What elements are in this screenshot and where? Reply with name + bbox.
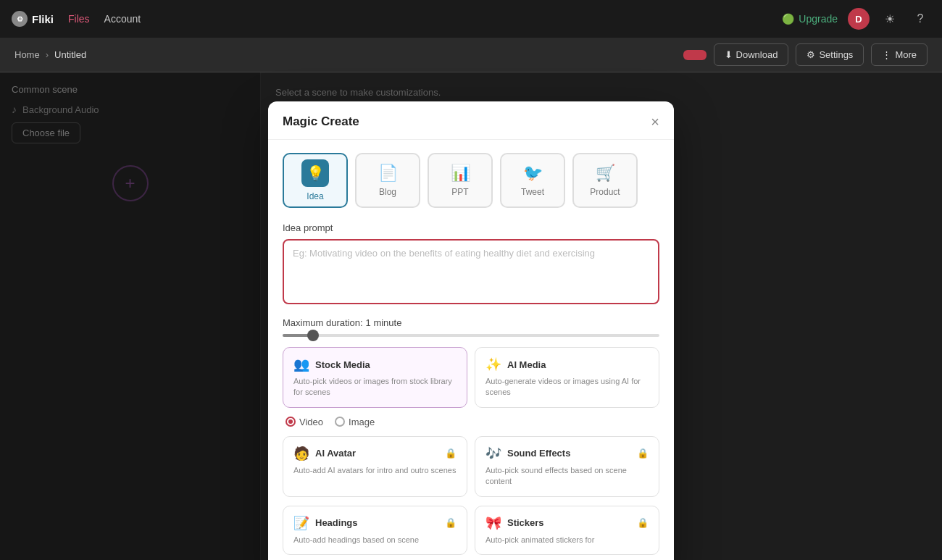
radio-video-dot [285,417,296,427]
account-link[interactable]: Account [104,13,141,25]
sound-effects-desc: Auto-pick sound effects based on scene c… [485,465,649,488]
tab-blog[interactable]: 📄 Blog [355,153,420,208]
feature-grid-1: 👥 Stock Media Auto-pick videos or images… [283,347,659,408]
media-type-radio-group: Video Image [283,417,659,427]
help-icon[interactable]: ? [910,9,930,29]
breadcrumb-separator: › [46,49,49,60]
settings-label: Settings [819,49,853,60]
tab-ppt-label: PPT [451,187,468,197]
ppt-icon: 📊 [451,164,470,183]
radio-image-dot [335,417,345,427]
download-button[interactable]: ⬇ Download [714,43,789,66]
files-link[interactable]: Files [68,13,90,25]
headings-title: Headings [315,517,358,528]
logo-text: Fliki [32,13,54,25]
stickers-icon: 🎀 [485,515,501,531]
feature-grid-3: 📝 Headings 🔒 Auto-add headings based on … [283,506,659,555]
sub-nav-actions: ⬇ Download ⚙ Settings ⋮ More [683,43,928,66]
ai-media-title: AI Media [507,359,546,370]
ai-media-header: ✨ AI Media [485,356,649,372]
feature-ai-media[interactable]: ✨ AI Media Auto-generate videos or image… [475,347,659,408]
ai-media-icon: ✨ [485,356,501,372]
user-avatar[interactable]: D [848,8,870,30]
ai-avatar-header: 🧑 AI Avatar 🔒 [293,446,457,461]
tab-tweet[interactable]: 🐦 Tweet [500,153,565,208]
modal-body: 💡 Idea 📄 Blog 📊 PPT 🐦 [268,140,674,560]
stickers-header: 🎀 Stickers 🔒 [485,515,649,531]
more-label: More [895,49,917,60]
stickers-lock-icon: 🔒 [637,517,649,528]
stock-media-desc: Auto-pick videos or images from stock li… [293,376,457,398]
ai-avatar-title: AI Avatar [315,448,356,459]
breadcrumb-current: Untitled [54,49,86,60]
more-dots-icon: ⋮ [882,49,891,60]
radio-image[interactable]: Image [335,417,375,427]
stickers-title-row: 🎀 Stickers [485,515,544,531]
idea-prompt-label: Idea prompt [283,222,659,233]
duration-slider[interactable] [283,334,659,337]
radio-video[interactable]: Video [285,417,323,427]
product-icon: 🛒 [596,164,615,183]
feature-stickers[interactable]: 🎀 Stickers 🔒 Auto-pick animated stickers… [475,506,659,555]
ai-avatar-desc: Auto-add AI avatars for intro and outro … [293,465,457,476]
tab-idea-label: Idea [307,191,323,201]
stock-media-header: 👥 Stock Media [293,356,457,372]
magic-create-modal: Magic Create × 💡 Idea 📄 Blog [268,101,674,560]
idea-icon: 💡 [301,159,329,187]
headings-desc: Auto-add headings based on scene [293,535,457,546]
modal-close-button[interactable]: × [651,114,659,129]
breadcrumb: Home › Untitled [14,49,86,60]
ai-avatar-lock-icon: 🔒 [445,448,457,459]
headings-icon: 📝 [293,515,309,531]
logo[interactable]: ⚙ Fliki [12,11,54,27]
magic-create-button[interactable] [683,50,706,60]
radio-video-label: Video [299,417,323,427]
stock-media-icon: 👥 [293,356,309,372]
duration-value: 1 minute [366,317,402,328]
ai-avatar-icon: 🧑 [293,446,309,461]
tab-ppt[interactable]: 📊 PPT [428,153,493,208]
upgrade-label: Upgrade [799,13,838,25]
tab-blog-label: Blog [379,187,396,197]
stickers-desc: Auto-pick animated stickers for [485,535,649,546]
feature-sound-effects[interactable]: 🎶 Sound Effects 🔒 Auto-pick sound effect… [475,436,659,497]
main-content: Common scene ♪ Background Audio Choose f… [0,72,942,560]
slider-thumb[interactable] [307,330,319,341]
headings-title-row: 📝 Headings [293,515,358,531]
sound-effects-lock-icon: 🔒 [637,448,649,459]
feature-stock-media[interactable]: 👥 Stock Media Auto-pick videos or images… [283,347,467,408]
breadcrumb-home[interactable]: Home [14,49,40,60]
stock-media-title: Stock Media [315,359,370,370]
blog-icon: 📄 [378,164,398,183]
idea-prompt-input[interactable] [283,239,659,304]
tab-product-label: Product [590,187,620,197]
theme-toggle-icon[interactable]: ☀ [880,9,900,29]
upgrade-button[interactable]: 🟢 Upgrade [782,13,838,25]
modal-tab-row: 💡 Idea 📄 Blog 📊 PPT 🐦 [283,153,659,208]
stickers-title: Stickers [507,517,544,528]
headings-lock-icon: 🔒 [445,517,457,528]
ai-avatar-title-row: 🧑 AI Avatar [293,446,356,461]
settings-button[interactable]: ⚙ Settings [796,43,864,66]
modal-header: Magic Create × [268,101,674,140]
settings-icon: ⚙ [806,49,815,60]
sound-effects-title-row: 🎶 Sound Effects [485,446,570,461]
modal-title: Magic Create [283,114,359,129]
upgrade-icon: 🟢 [782,13,794,25]
download-label: Download [736,49,778,60]
feature-ai-avatar[interactable]: 🧑 AI Avatar 🔒 Auto-add AI avatars for in… [283,436,467,497]
tweet-icon: 🐦 [523,164,543,183]
feature-grid-2: 🧑 AI Avatar 🔒 Auto-add AI avatars for in… [283,436,659,497]
logo-icon: ⚙ [12,11,28,27]
download-icon: ⬇ [725,49,733,60]
modal-overlay: Magic Create × 💡 Idea 📄 Blog [0,72,942,560]
sound-effects-title: Sound Effects [507,448,570,459]
top-nav: ⚙ Fliki Files Account 🟢 Upgrade D ☀ ? [0,0,942,38]
more-button[interactable]: ⋮ More [871,43,928,66]
tab-idea[interactable]: 💡 Idea [283,153,348,208]
duration-section: Maximum duration: 1 minute [283,317,659,337]
ai-media-desc: Auto-generate videos or images using AI … [485,376,649,398]
feature-headings[interactable]: 📝 Headings 🔒 Auto-add headings based on … [283,506,467,555]
nav-right: 🟢 Upgrade D ☀ ? [782,8,930,30]
tab-product[interactable]: 🛒 Product [572,153,638,208]
